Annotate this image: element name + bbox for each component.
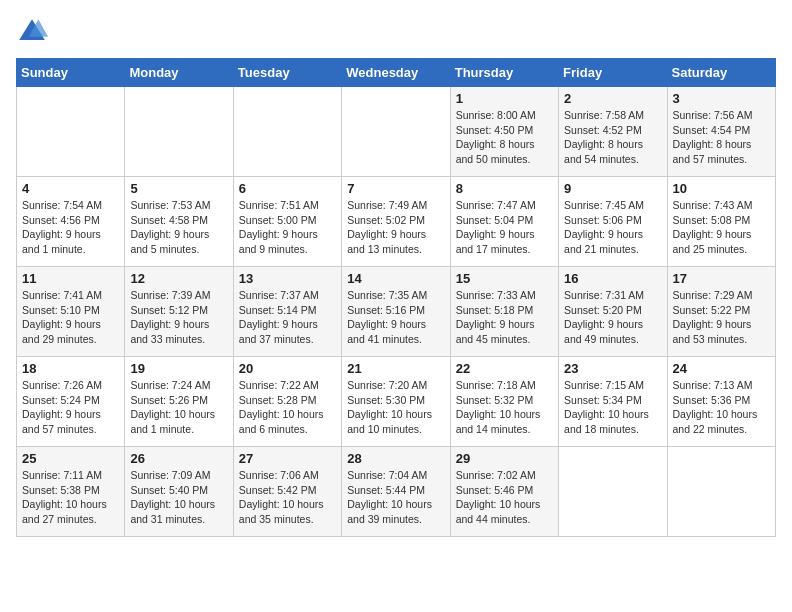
- day-number: 12: [130, 271, 227, 286]
- calendar-cell: 7Sunrise: 7:49 AM Sunset: 5:02 PM Daylig…: [342, 177, 450, 267]
- calendar-cell: 20Sunrise: 7:22 AM Sunset: 5:28 PM Dayli…: [233, 357, 341, 447]
- day-number: 22: [456, 361, 553, 376]
- day-info: Sunrise: 7:11 AM Sunset: 5:38 PM Dayligh…: [22, 468, 119, 527]
- day-number: 9: [564, 181, 661, 196]
- header-cell-friday: Friday: [559, 59, 667, 87]
- day-number: 11: [22, 271, 119, 286]
- header-cell-sunday: Sunday: [17, 59, 125, 87]
- calendar-cell: 28Sunrise: 7:04 AM Sunset: 5:44 PM Dayli…: [342, 447, 450, 537]
- day-info: Sunrise: 7:09 AM Sunset: 5:40 PM Dayligh…: [130, 468, 227, 527]
- day-info: Sunrise: 7:33 AM Sunset: 5:18 PM Dayligh…: [456, 288, 553, 347]
- day-info: Sunrise: 7:43 AM Sunset: 5:08 PM Dayligh…: [673, 198, 770, 257]
- day-number: 13: [239, 271, 336, 286]
- calendar-cell: 14Sunrise: 7:35 AM Sunset: 5:16 PM Dayli…: [342, 267, 450, 357]
- day-info: Sunrise: 7:29 AM Sunset: 5:22 PM Dayligh…: [673, 288, 770, 347]
- day-number: 28: [347, 451, 444, 466]
- day-info: Sunrise: 7:47 AM Sunset: 5:04 PM Dayligh…: [456, 198, 553, 257]
- day-info: Sunrise: 7:45 AM Sunset: 5:06 PM Dayligh…: [564, 198, 661, 257]
- calendar-cell: 8Sunrise: 7:47 AM Sunset: 5:04 PM Daylig…: [450, 177, 558, 267]
- day-number: 10: [673, 181, 770, 196]
- day-number: 27: [239, 451, 336, 466]
- calendar-week-4: 18Sunrise: 7:26 AM Sunset: 5:24 PM Dayli…: [17, 357, 776, 447]
- day-number: 5: [130, 181, 227, 196]
- calendar-cell: 9Sunrise: 7:45 AM Sunset: 5:06 PM Daylig…: [559, 177, 667, 267]
- day-number: 24: [673, 361, 770, 376]
- day-info: Sunrise: 7:41 AM Sunset: 5:10 PM Dayligh…: [22, 288, 119, 347]
- day-info: Sunrise: 7:58 AM Sunset: 4:52 PM Dayligh…: [564, 108, 661, 167]
- day-number: 2: [564, 91, 661, 106]
- day-number: 3: [673, 91, 770, 106]
- calendar-cell: 15Sunrise: 7:33 AM Sunset: 5:18 PM Dayli…: [450, 267, 558, 357]
- calendar-cell: 22Sunrise: 7:18 AM Sunset: 5:32 PM Dayli…: [450, 357, 558, 447]
- calendar-week-2: 4Sunrise: 7:54 AM Sunset: 4:56 PM Daylig…: [17, 177, 776, 267]
- day-info: Sunrise: 7:18 AM Sunset: 5:32 PM Dayligh…: [456, 378, 553, 437]
- day-number: 25: [22, 451, 119, 466]
- calendar-week-1: 1Sunrise: 8:00 AM Sunset: 4:50 PM Daylig…: [17, 87, 776, 177]
- header-row: SundayMondayTuesdayWednesdayThursdayFrid…: [17, 59, 776, 87]
- day-number: 26: [130, 451, 227, 466]
- day-number: 18: [22, 361, 119, 376]
- calendar-cell: 12Sunrise: 7:39 AM Sunset: 5:12 PM Dayli…: [125, 267, 233, 357]
- calendar-cell: 26Sunrise: 7:09 AM Sunset: 5:40 PM Dayli…: [125, 447, 233, 537]
- day-info: Sunrise: 7:24 AM Sunset: 5:26 PM Dayligh…: [130, 378, 227, 437]
- day-info: Sunrise: 7:51 AM Sunset: 5:00 PM Dayligh…: [239, 198, 336, 257]
- day-number: 1: [456, 91, 553, 106]
- day-number: 21: [347, 361, 444, 376]
- day-info: Sunrise: 7:04 AM Sunset: 5:44 PM Dayligh…: [347, 468, 444, 527]
- calendar-body: 1Sunrise: 8:00 AM Sunset: 4:50 PM Daylig…: [17, 87, 776, 537]
- logo-icon: [16, 16, 48, 48]
- day-info: Sunrise: 7:53 AM Sunset: 4:58 PM Dayligh…: [130, 198, 227, 257]
- calendar-cell: 13Sunrise: 7:37 AM Sunset: 5:14 PM Dayli…: [233, 267, 341, 357]
- calendar-cell: 25Sunrise: 7:11 AM Sunset: 5:38 PM Dayli…: [17, 447, 125, 537]
- calendar-week-5: 25Sunrise: 7:11 AM Sunset: 5:38 PM Dayli…: [17, 447, 776, 537]
- calendar-cell: 19Sunrise: 7:24 AM Sunset: 5:26 PM Dayli…: [125, 357, 233, 447]
- calendar-cell: 17Sunrise: 7:29 AM Sunset: 5:22 PM Dayli…: [667, 267, 775, 357]
- day-number: 7: [347, 181, 444, 196]
- day-info: Sunrise: 7:20 AM Sunset: 5:30 PM Dayligh…: [347, 378, 444, 437]
- calendar-cell: 16Sunrise: 7:31 AM Sunset: 5:20 PM Dayli…: [559, 267, 667, 357]
- calendar-cell: [125, 87, 233, 177]
- calendar-cell: 3Sunrise: 7:56 AM Sunset: 4:54 PM Daylig…: [667, 87, 775, 177]
- day-info: Sunrise: 7:35 AM Sunset: 5:16 PM Dayligh…: [347, 288, 444, 347]
- day-info: Sunrise: 7:13 AM Sunset: 5:36 PM Dayligh…: [673, 378, 770, 437]
- day-info: Sunrise: 7:22 AM Sunset: 5:28 PM Dayligh…: [239, 378, 336, 437]
- day-info: Sunrise: 7:26 AM Sunset: 5:24 PM Dayligh…: [22, 378, 119, 437]
- calendar-cell: 21Sunrise: 7:20 AM Sunset: 5:30 PM Dayli…: [342, 357, 450, 447]
- calendar-cell: [17, 87, 125, 177]
- day-number: 29: [456, 451, 553, 466]
- calendar-cell: [233, 87, 341, 177]
- day-number: 8: [456, 181, 553, 196]
- header-cell-monday: Monday: [125, 59, 233, 87]
- logo: [16, 16, 52, 48]
- day-info: Sunrise: 7:39 AM Sunset: 5:12 PM Dayligh…: [130, 288, 227, 347]
- day-info: Sunrise: 7:31 AM Sunset: 5:20 PM Dayligh…: [564, 288, 661, 347]
- calendar-cell: [667, 447, 775, 537]
- day-number: 19: [130, 361, 227, 376]
- calendar-cell: 10Sunrise: 7:43 AM Sunset: 5:08 PM Dayli…: [667, 177, 775, 267]
- calendar-header: SundayMondayTuesdayWednesdayThursdayFrid…: [17, 59, 776, 87]
- day-number: 17: [673, 271, 770, 286]
- day-info: Sunrise: 7:37 AM Sunset: 5:14 PM Dayligh…: [239, 288, 336, 347]
- calendar-cell: 24Sunrise: 7:13 AM Sunset: 5:36 PM Dayli…: [667, 357, 775, 447]
- day-number: 14: [347, 271, 444, 286]
- day-number: 16: [564, 271, 661, 286]
- calendar-cell: 6Sunrise: 7:51 AM Sunset: 5:00 PM Daylig…: [233, 177, 341, 267]
- calendar-cell: 11Sunrise: 7:41 AM Sunset: 5:10 PM Dayli…: [17, 267, 125, 357]
- calendar-cell: 2Sunrise: 7:58 AM Sunset: 4:52 PM Daylig…: [559, 87, 667, 177]
- day-info: Sunrise: 7:15 AM Sunset: 5:34 PM Dayligh…: [564, 378, 661, 437]
- header-cell-thursday: Thursday: [450, 59, 558, 87]
- page-header: [16, 16, 776, 48]
- calendar-week-3: 11Sunrise: 7:41 AM Sunset: 5:10 PM Dayli…: [17, 267, 776, 357]
- calendar-cell: 27Sunrise: 7:06 AM Sunset: 5:42 PM Dayli…: [233, 447, 341, 537]
- day-info: Sunrise: 7:49 AM Sunset: 5:02 PM Dayligh…: [347, 198, 444, 257]
- header-cell-wednesday: Wednesday: [342, 59, 450, 87]
- calendar-cell: 18Sunrise: 7:26 AM Sunset: 5:24 PM Dayli…: [17, 357, 125, 447]
- day-info: Sunrise: 7:54 AM Sunset: 4:56 PM Dayligh…: [22, 198, 119, 257]
- calendar-cell: 4Sunrise: 7:54 AM Sunset: 4:56 PM Daylig…: [17, 177, 125, 267]
- calendar-cell: 23Sunrise: 7:15 AM Sunset: 5:34 PM Dayli…: [559, 357, 667, 447]
- day-info: Sunrise: 7:56 AM Sunset: 4:54 PM Dayligh…: [673, 108, 770, 167]
- day-info: Sunrise: 8:00 AM Sunset: 4:50 PM Dayligh…: [456, 108, 553, 167]
- day-number: 15: [456, 271, 553, 286]
- header-cell-saturday: Saturday: [667, 59, 775, 87]
- day-number: 4: [22, 181, 119, 196]
